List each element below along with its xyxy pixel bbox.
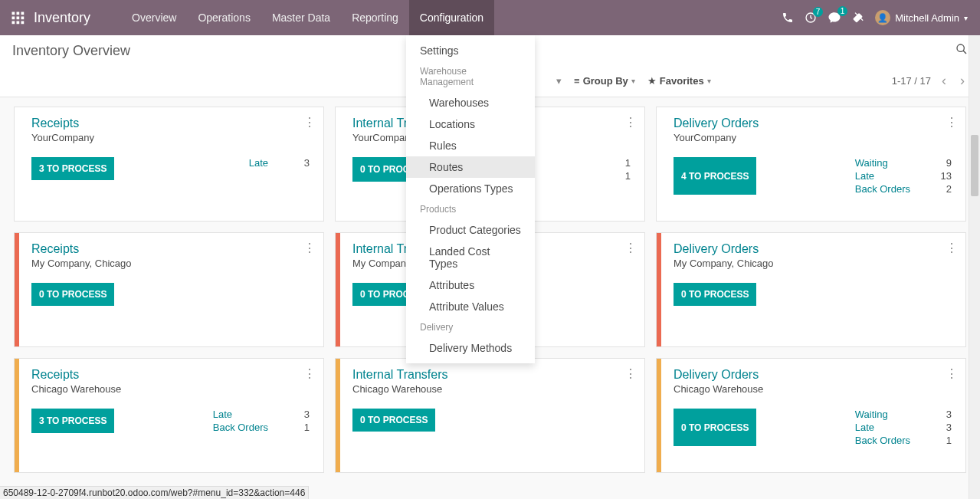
- kanban-card[interactable]: ⋮ Delivery Orders YourCompany 4 TO PROCE…: [656, 107, 966, 222]
- menu-header-delivery: Delivery: [406, 317, 535, 337]
- stat-value: 1: [933, 435, 952, 446]
- avatar: 👤: [875, 10, 890, 25]
- configuration-dropdown: Settings Warehouse Management Warehouses…: [406, 35, 535, 363]
- kanban-card[interactable]: ⋮ Delivery Orders My Company, Chicago 0 …: [656, 232, 966, 347]
- menu-operation-types[interactable]: Operations Types: [406, 178, 535, 199]
- svg-rect-2: [21, 12, 25, 15]
- card-title[interactable]: Receipts: [31, 242, 310, 256]
- menu-delivery-methods[interactable]: Delivery Methods: [406, 337, 535, 359]
- card-subtitle: Chicago Warehouse: [31, 383, 310, 395]
- stat-value: 9: [933, 157, 952, 169]
- card-subtitle: Chicago Warehouse: [674, 383, 952, 395]
- stat-link[interactable]: Late: [249, 157, 268, 169]
- menu-warehouses[interactable]: Warehouses: [406, 92, 535, 113]
- card-subtitle: Chicago Warehouse: [352, 383, 631, 395]
- phone-icon[interactable]: [782, 11, 794, 24]
- kanban-card[interactable]: ⋮ Receipts YourCompany 3 TO PROCESS Late…: [14, 107, 324, 222]
- pager-value: 1-17 / 17: [892, 75, 931, 87]
- stat-link[interactable]: Late: [213, 409, 268, 420]
- card-color-bar: [15, 359, 19, 472]
- stat-value: 13: [933, 170, 952, 182]
- filters-caret[interactable]: ▾: [556, 75, 562, 87]
- process-button[interactable]: 3 TO PROCESS: [31, 409, 114, 433]
- stat-link[interactable]: Back Orders: [855, 183, 910, 195]
- card-title[interactable]: Delivery Orders: [674, 368, 952, 382]
- debug-icon[interactable]: [852, 11, 864, 24]
- process-button[interactable]: 0 TO PROCESS: [674, 409, 756, 446]
- process-button[interactable]: 3 TO PROCESS: [31, 157, 114, 180]
- card-menu-icon[interactable]: ⋮: [624, 115, 637, 130]
- card-title[interactable]: Delivery Orders: [674, 242, 952, 256]
- card-menu-icon[interactable]: ⋮: [624, 241, 637, 255]
- card-title[interactable]: Delivery Orders: [674, 117, 952, 130]
- apps-icon[interactable]: [6, 6, 29, 29]
- process-button[interactable]: 0 TO PROCESS: [674, 283, 756, 306]
- svg-rect-7: [17, 21, 20, 25]
- activities-icon[interactable]: 7: [805, 11, 817, 24]
- card-menu-icon[interactable]: ⋮: [303, 241, 316, 255]
- nav-reporting[interactable]: Reporting: [341, 0, 409, 35]
- kanban-card[interactable]: ⋮ Internal Transfers Chicago Warehouse 0…: [335, 358, 645, 473]
- nav-operations[interactable]: Operations: [187, 0, 261, 35]
- menu-landed-cost[interactable]: Landed Cost Types: [406, 241, 535, 274]
- kanban-card[interactable]: ⋮ Delivery Orders Chicago Warehouse 0 TO…: [656, 358, 966, 473]
- card-title[interactable]: Receipts: [31, 368, 310, 382]
- caret-down-icon: ▾: [631, 77, 635, 85]
- svg-rect-4: [17, 17, 20, 20]
- card-color-bar: [657, 359, 661, 472]
- process-button[interactable]: 0 TO PROCESS: [352, 409, 435, 432]
- menu-settings[interactable]: Settings: [406, 40, 535, 61]
- stat-link[interactable]: Waiting: [855, 409, 910, 420]
- stat-link[interactable]: Late: [855, 170, 910, 182]
- status-url: 650489-12-0-2709f4.runbot20.odoo.com/web…: [0, 486, 309, 499]
- nav-overview[interactable]: Overview: [121, 0, 187, 35]
- nav-configuration[interactable]: Configuration: [409, 0, 494, 35]
- scrollbar[interactable]: [969, 35, 980, 499]
- menu-attribute-values[interactable]: Attribute Values: [406, 296, 535, 317]
- card-title[interactable]: Internal Transfers: [352, 368, 631, 382]
- groupby-button[interactable]: ≡ Group By ▾: [574, 75, 635, 87]
- card-color-bar: [15, 233, 19, 346]
- search-icon[interactable]: [955, 43, 968, 57]
- menu-product-categories[interactable]: Product Categories: [406, 219, 535, 241]
- card-menu-icon[interactable]: ⋮: [624, 366, 637, 381]
- card-menu-icon[interactable]: ⋮: [303, 366, 316, 381]
- process-button[interactable]: 4 TO PROCESS: [674, 157, 756, 195]
- menu-locations[interactable]: Locations: [406, 113, 535, 135]
- app-brand[interactable]: Inventory: [34, 10, 90, 26]
- menu-attributes[interactable]: Attributes: [406, 274, 535, 296]
- stat-link[interactable]: Back Orders: [213, 422, 268, 433]
- card-title[interactable]: Receipts: [31, 117, 310, 130]
- kanban-card[interactable]: ⋮ Receipts My Company, Chicago 0 TO PROC…: [14, 232, 324, 347]
- menu-rules[interactable]: Rules: [406, 135, 535, 156]
- svg-rect-0: [12, 12, 15, 15]
- card-menu-icon[interactable]: ⋮: [303, 115, 316, 130]
- stat-link[interactable]: Late: [855, 422, 910, 433]
- kanban-card[interactable]: ⋮ Receipts Chicago Warehouse 3 TO PROCES…: [14, 358, 324, 473]
- user-menu[interactable]: 👤 Mitchell Admin ▾: [875, 10, 968, 25]
- svg-rect-8: [21, 21, 25, 25]
- stat-link[interactable]: Back Orders: [855, 435, 910, 446]
- nav-master-data[interactable]: Master Data: [261, 0, 341, 35]
- messages-icon[interactable]: 1: [828, 11, 841, 25]
- card-menu-icon[interactable]: ⋮: [946, 366, 958, 381]
- process-button[interactable]: 0 TO PROCESS: [31, 283, 114, 306]
- groupby-icon: ≡: [574, 75, 580, 87]
- stat-link[interactable]: Waiting: [855, 157, 910, 169]
- stat-value: 2: [933, 183, 952, 195]
- pager-next[interactable]: ›: [957, 73, 968, 89]
- card-color-bar: [336, 359, 340, 472]
- star-icon: ★: [647, 75, 657, 87]
- pager: 1-17 / 17 ‹ ›: [892, 73, 968, 89]
- caret-down-icon: ▾: [964, 14, 968, 22]
- stat-value: 1: [291, 422, 310, 433]
- card-menu-icon[interactable]: ⋮: [946, 115, 958, 130]
- activities-badge: 7: [813, 7, 824, 17]
- favorites-button[interactable]: ★ Favorites ▾: [647, 75, 711, 87]
- card-menu-icon[interactable]: ⋮: [946, 241, 958, 255]
- menu-routes[interactable]: Routes: [406, 156, 535, 178]
- menu-header-warehouse: Warehouse Management: [406, 61, 535, 92]
- svg-rect-3: [12, 17, 15, 20]
- svg-rect-5: [21, 17, 25, 20]
- pager-prev[interactable]: ‹: [939, 73, 949, 89]
